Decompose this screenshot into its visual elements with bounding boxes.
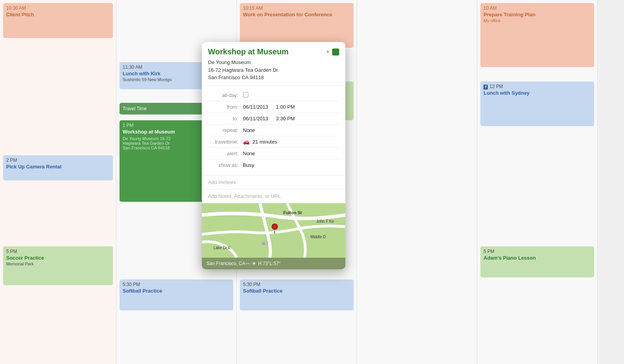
event-pick-up-camera[interactable]: 2 PM Pick Up Camera Rental: [3, 155, 113, 180]
popup-header: Workshop at Museum ▼ De Young Museum 16-…: [202, 42, 345, 86]
map-view: Fulton St John F Ke Middle D Lake Dr E: [202, 203, 345, 258]
event-training-time: 10 AM: [484, 5, 591, 11]
to-value[interactable]: 06/11/2013 3:30 PM: [243, 116, 339, 121]
event-softball-2-title: Softball Practice: [243, 288, 350, 294]
sun-icon: ☀: [251, 260, 257, 267]
weather-high: H:73°: [258, 261, 270, 266]
repeat-value[interactable]: None: [243, 127, 339, 133]
alert-value[interactable]: None: [243, 151, 339, 156]
from-row: from: 06/11/2013 1:00 PM: [208, 101, 339, 113]
showas-label: show as:: [208, 162, 243, 168]
invitees-field[interactable]: Add Invitees: [202, 175, 345, 189]
weather-low: L:57°: [270, 261, 281, 266]
popup-address-line3: San Francisco CA 94118: [208, 75, 264, 80]
svg-text:John F Ke: John F Ke: [316, 219, 334, 224]
svg-rect-6: [266, 241, 268, 245]
popup-fields: all-day: from: 06/11/2013 1:00 PM to: 06…: [202, 86, 345, 175]
map-pin: [271, 224, 279, 231]
event-camera-time: 2 PM: [6, 158, 110, 163]
event-soccer-practice[interactable]: 5 PM Soccer Practice Memorial Park: [3, 246, 113, 285]
repeat-row: repeat: None: [208, 125, 339, 136]
event-client-pitch[interactable]: 10:30 AM Client Pitch: [3, 3, 113, 38]
traveltime-label: traveltime:: [208, 139, 243, 145]
svg-text:Middle D: Middle D: [310, 235, 326, 239]
event-soccer-title: Soccer Practice: [6, 255, 110, 261]
map-pin-body: [272, 224, 278, 230]
traveltime-row: traveltime: 🚗 21 minutes: [208, 136, 339, 148]
allday-value[interactable]: [243, 92, 339, 99]
event-training-title: Prepare Training Plan: [484, 12, 591, 17]
to-row: to: 06/11/2013 3:30 PM: [208, 113, 339, 125]
popup-address-line2: 16-72 Hagiwara Tea Garden Dr: [208, 67, 278, 73]
calendar-col-1: 10:30 AM Client Pitch 2 PM Pick Up Camer…: [0, 0, 116, 364]
allday-row: all-day:: [208, 90, 339, 101]
to-time: 3:30 PM: [276, 116, 295, 121]
event-piano-time: 5 PM: [484, 249, 591, 254]
car-icon: 🚗: [243, 139, 250, 145]
event-piano-lesson[interactable]: 5 PM Adam's Piano Lesson: [480, 246, 594, 277]
event-softball-2[interactable]: 5:30 PM Softball Practice: [240, 279, 354, 310]
event-softball-1-title: Softball Practice: [123, 288, 230, 294]
to-label: to:: [208, 116, 243, 121]
allday-label: all-day:: [208, 92, 243, 98]
popup-address: De Young Museum 16-72 Hagiwara Tea Garde…: [208, 59, 339, 81]
weather-separator: —: [245, 261, 250, 266]
alert-label: alert:: [208, 151, 243, 156]
map-pin-stem: [274, 231, 275, 234]
svg-rect-5: [262, 242, 265, 245]
event-soccer-subtitle: Memorial Park: [6, 262, 110, 266]
svg-text:Fulton St: Fulton St: [283, 210, 302, 215]
event-presentation[interactable]: 10:15 AM Work on Presentation for Confer…: [240, 3, 354, 48]
event-softball-1-time: 5:30 PM: [123, 282, 230, 287]
popup-title: Workshop at Museum: [208, 47, 288, 56]
from-date: 06/11/2013: [243, 104, 268, 110]
facebook-icon: f: [484, 85, 488, 90]
event-softball-1[interactable]: 5:30 PM Softball Practice: [120, 279, 233, 310]
from-label: from:: [208, 104, 243, 110]
event-piano-title: Adam's Piano Lesson: [484, 255, 591, 261]
popup-map[interactable]: Fulton St John F Ke Middle D Lake Dr E S…: [202, 203, 345, 269]
event-presentation-title: Work on Presentation for Conference: [243, 12, 350, 17]
traveltime-value[interactable]: 🚗 21 minutes: [243, 139, 339, 145]
event-detail-popup: Workshop at Museum ▼ De Young Museum 16-…: [202, 42, 345, 269]
event-client-pitch-title: Client Pitch: [6, 12, 110, 17]
event-soccer-time: 5 PM: [6, 249, 110, 254]
from-value[interactable]: 06/11/2013 1:00 PM: [243, 104, 339, 110]
map-weather-bar: San Francisco, CA — ☀ H:73° L:57°: [202, 258, 345, 269]
traveltime-minutes: 21 minutes: [253, 139, 277, 145]
from-time: 1:00 PM: [276, 104, 295, 110]
allday-checkbox[interactable]: [243, 92, 248, 97]
calendar-col-5: 10 AM Prepare Training Plan My office f …: [477, 0, 598, 364]
event-training-subtitle: My office: [484, 18, 591, 23]
to-date: 06/11/2013: [243, 116, 268, 121]
event-travel-label: Travel Time: [123, 106, 147, 111]
event-lunch-sydney[interactable]: f 12 PM Lunch with Sydney: [480, 81, 594, 126]
alert-row: alert: None: [208, 148, 339, 159]
notes-field[interactable]: Add Notes, Attachments, or URL: [202, 189, 345, 203]
showas-value[interactable]: Busy: [243, 162, 339, 168]
svg-text:Lake Dr E: Lake Dr E: [213, 246, 231, 250]
event-sydney-time: 12 PM: [489, 84, 503, 89]
showas-row: show as: Busy: [208, 159, 339, 171]
event-camera-title: Pick Up Camera Rental: [6, 164, 110, 170]
popup-title-row: Workshop at Museum ▼: [208, 47, 339, 56]
event-softball-2-time: 5:30 PM: [243, 282, 350, 287]
popup-controls[interactable]: ▼: [326, 49, 339, 55]
calendar-col-4: [357, 0, 477, 364]
event-prepare-training[interactable]: 10 AM Prepare Training Plan My office: [480, 3, 594, 67]
repeat-label: repeat:: [208, 127, 243, 133]
color-swatch[interactable]: [332, 49, 339, 55]
popup-address-line1: De Young Museum: [208, 59, 251, 65]
dropdown-arrow-icon[interactable]: ▼: [326, 50, 330, 54]
weather-location: San Francisco, CA: [206, 261, 245, 266]
event-sydney-title: Lunch with Sydney: [484, 90, 591, 96]
event-presentation-time: 10:15 AM: [243, 5, 350, 11]
event-client-pitch-time: 10:30 AM: [6, 5, 110, 11]
